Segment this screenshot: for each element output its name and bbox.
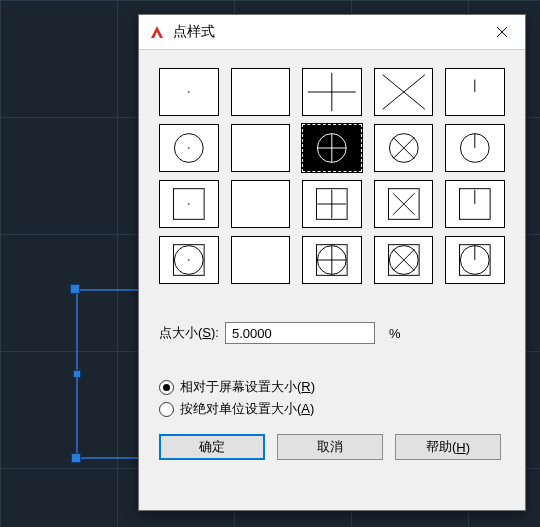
radio-relative-label: 相对于屏幕设置大小(R) <box>180 378 315 396</box>
svg-point-7 <box>188 147 190 149</box>
point-style-circle[interactable] <box>231 124 291 172</box>
selected-edge <box>74 289 139 291</box>
style-row <box>159 68 505 116</box>
radio-absolute-label: 按绝对单位设置大小(A) <box>180 400 314 418</box>
point-style-square[interactable] <box>231 180 291 228</box>
svg-point-0 <box>188 91 190 93</box>
help-button[interactable]: 帮助(H) <box>395 434 501 460</box>
point-style-square-dot[interactable] <box>159 180 219 228</box>
point-style-dialog: 点样式 点大小(S): % 相对于屏幕设置大小(R) <box>138 14 526 511</box>
size-input[interactable] <box>225 322 375 344</box>
cancel-button[interactable]: 取消 <box>277 434 383 460</box>
point-style-dot[interactable] <box>159 68 219 116</box>
svg-point-17 <box>188 203 190 205</box>
point-style-tick[interactable] <box>445 68 505 116</box>
point-style-sqcircle[interactable] <box>231 236 291 284</box>
titlebar[interactable]: 点样式 <box>139 15 525 50</box>
point-style-square-x[interactable] <box>374 180 434 228</box>
point-style-plus[interactable] <box>302 68 362 116</box>
point-style-circle-plus[interactable] <box>302 124 362 172</box>
grip-handle[interactable] <box>70 284 80 294</box>
point-style-circle-x[interactable] <box>374 124 434 172</box>
svg-point-28 <box>188 259 190 261</box>
size-label: 点大小(S): <box>159 324 219 342</box>
grip-handle[interactable] <box>71 453 81 463</box>
button-row: 确定 取消 帮助(H) <box>159 434 505 460</box>
close-button[interactable] <box>479 15 525 49</box>
radio-relative[interactable]: 相对于屏幕设置大小(R) <box>159 378 505 396</box>
point-style-sqcircle-plus[interactable] <box>302 236 362 284</box>
style-row <box>159 180 505 228</box>
window-title: 点样式 <box>173 23 479 41</box>
point-style-grid <box>159 68 505 284</box>
point-style-sqcircle-dot[interactable] <box>159 236 219 284</box>
point-style-none[interactable] <box>231 68 291 116</box>
autocad-icon <box>149 24 165 40</box>
style-row <box>159 236 505 284</box>
point-style-sqcircle-tick[interactable] <box>445 236 505 284</box>
dialog-content: 点大小(S): % 相对于屏幕设置大小(R) 按绝对单位设置大小(A) 确定 取… <box>139 50 525 510</box>
point-style-sqcircle-x[interactable] <box>374 236 434 284</box>
point-style-circle-tick[interactable] <box>445 124 505 172</box>
point-style-square-tick[interactable] <box>445 180 505 228</box>
point-style-square-plus[interactable] <box>302 180 362 228</box>
point-style-circle-dot[interactable] <box>159 124 219 172</box>
style-row <box>159 124 505 172</box>
size-mode-group: 相对于屏幕设置大小(R) 按绝对单位设置大小(A) <box>159 378 505 418</box>
close-icon <box>496 26 508 38</box>
size-unit: % <box>389 326 401 341</box>
radio-icon <box>159 402 174 417</box>
ok-button[interactable]: 确定 <box>159 434 265 460</box>
grip-handle[interactable] <box>73 370 81 378</box>
radio-icon <box>159 380 174 395</box>
point-style-x[interactable] <box>374 68 434 116</box>
selected-edge <box>76 457 139 459</box>
radio-absolute[interactable]: 按绝对单位设置大小(A) <box>159 400 505 418</box>
size-row: 点大小(S): % <box>159 322 505 344</box>
